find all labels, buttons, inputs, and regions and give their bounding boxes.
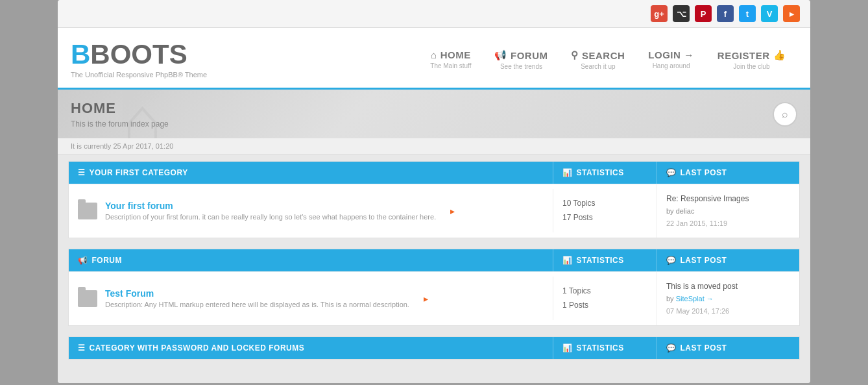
section-stats-first: 📊 STATISTICS xyxy=(553,162,657,184)
section-title-forum: 📢 FORUM xyxy=(69,249,553,271)
forum-table-forum: 📢 FORUM 📊 STATISTICS 💬 LAST POST xyxy=(68,249,800,326)
forum-desc-your-first: Description of your first forum. it can … xyxy=(105,213,436,221)
social-facebook[interactable]: f xyxy=(717,5,734,22)
page-subtitle: This is the forum index page xyxy=(71,119,797,129)
forum-folder-icon xyxy=(78,203,97,219)
timestamp-text: It is currently 25 Apr 2017, 01:20 xyxy=(71,142,173,150)
nav-register-label: REGISTER xyxy=(717,50,770,61)
nav-forum-label: FORUM xyxy=(511,50,548,61)
home-banner: ⌂ HOME This is the forum index page ⌕ xyxy=(58,90,810,138)
nav-login-label: LOGIN xyxy=(648,49,681,60)
page-title: HOME xyxy=(71,100,797,117)
stats-icon-3: 📊 xyxy=(562,343,573,353)
logo-rest: BOOTS xyxy=(90,39,187,69)
nav-home[interactable]: ⌂ HOME The Main stuff xyxy=(418,49,483,69)
forum-icon: 📢 xyxy=(494,49,507,61)
nav-forum[interactable]: 📢 FORUM See the trends xyxy=(483,49,559,70)
logo-b: B xyxy=(71,39,90,69)
forum-row-your-first: Your first forum Description of your fir… xyxy=(69,184,799,238)
main-nav: ⌂ HOME The Main stuff 📢 FORUM See the tr… xyxy=(418,49,797,70)
social-pinterest[interactable]: P xyxy=(695,5,712,22)
home-icon: ⌂ xyxy=(431,49,437,60)
social-bar: g+ ⌥ P f t V ▸ xyxy=(58,0,810,28)
nav-login[interactable]: LOGIN → Hang around xyxy=(636,49,706,69)
login-icon: → xyxy=(684,49,694,60)
lastpost-icon: 💬 xyxy=(666,168,677,177)
topics-count-test: 1 Topics xyxy=(562,284,647,299)
forum-link-test[interactable]: Test Forum xyxy=(105,288,409,299)
social-github[interactable]: ⌥ xyxy=(673,5,690,22)
forum-link-your-first[interactable]: Your first forum xyxy=(105,201,436,211)
forum-info-test: Test Forum Description: Any HTML markup … xyxy=(105,288,409,308)
category-your-first: ☰ YOUR FIRST CATEGORY 📊 STATISTICS 💬 LAS… xyxy=(68,161,800,238)
lastpost-date-test: 07 May 2014, 17:26 xyxy=(666,305,790,317)
lastpost-title-test: This is a moved post xyxy=(666,280,790,293)
forum-stats-test: 1 Topics 1 Posts xyxy=(553,277,657,320)
site-logo[interactable]: BBOOTS xyxy=(71,41,207,68)
site-header: BBOOTS The Unofficial Responsive PhpBB® … xyxy=(58,28,810,90)
category-password: ☰ CATEGORY WITH PASSWORD AND LOCKED FORU… xyxy=(68,336,800,360)
stats-icon: 📊 xyxy=(562,168,573,177)
forum-info: Your first forum Description of your fir… xyxy=(105,201,436,221)
posts-count: 17 Posts xyxy=(562,211,647,225)
lastpost-by-first: by deliac xyxy=(666,205,790,217)
forum-title-col: Your first forum Description of your fir… xyxy=(69,193,553,229)
rss-icon-test[interactable]: ▸ xyxy=(417,293,435,304)
forum-table-password: ☰ CATEGORY WITH PASSWORD AND LOCKED FORU… xyxy=(68,336,800,360)
section-lastpost-forum: 💬 LAST POST xyxy=(657,249,799,271)
posts-count-test: 1 Posts xyxy=(562,299,647,313)
forum-title-col-test: Test Forum Description: Any HTML markup … xyxy=(69,280,553,316)
sitesplat-link[interactable]: SiteSplat → xyxy=(676,295,714,303)
forum-row-test: Test Forum Description: Any HTML markup … xyxy=(69,271,799,325)
forum-lastpost-your-first: Re: Responsive Images by deliac 22 Jan 2… xyxy=(657,184,799,238)
logo-tagline: The Unofficial Responsive PhpBB® Theme xyxy=(71,71,207,79)
topics-count: 10 Topics xyxy=(562,197,647,211)
section-stats-forum: 📊 STATISTICS xyxy=(553,249,657,271)
section-lastpost-first: 💬 LAST POST xyxy=(657,162,799,184)
social-vimeo[interactable]: V xyxy=(761,5,778,22)
lastpost-date-first: 22 Jan 2015, 11:19 xyxy=(666,217,790,230)
nav-search-label: SEARCH xyxy=(582,50,625,61)
search-icon: ⚲ xyxy=(571,49,579,61)
forum-folder-icon-test xyxy=(78,290,97,307)
nav-home-label: HOME xyxy=(440,49,471,60)
section-title-first: ☰ YOUR FIRST CATEGORY xyxy=(69,162,553,184)
category-forum: 📢 FORUM 📊 STATISTICS 💬 LAST POST xyxy=(68,249,800,326)
forum-lastpost-test: This is a moved post by SiteSplat → 07 M… xyxy=(657,272,799,325)
social-gplus[interactable]: g+ xyxy=(651,5,668,22)
lastpost-title-first: Re: Responsive Images xyxy=(666,192,790,205)
social-twitter[interactable]: t xyxy=(739,5,756,22)
logo-area: BBOOTS The Unofficial Responsive PhpBB® … xyxy=(71,41,207,79)
forum-table-first: ☰ YOUR FIRST CATEGORY 📊 STATISTICS 💬 LAS… xyxy=(68,161,800,238)
nav-register-sub: Join the club xyxy=(733,63,769,70)
nav-login-sub: Hang around xyxy=(653,62,690,69)
main-content: ☰ YOUR FIRST CATEGORY 📊 STATISTICS 💬 LAS… xyxy=(58,155,810,383)
search-circle-icon: ⌕ xyxy=(782,108,788,120)
social-rss[interactable]: ▸ xyxy=(783,5,800,22)
section-header-first: ☰ YOUR FIRST CATEGORY 📊 STATISTICS 💬 LAS… xyxy=(69,162,799,184)
lastpost-icon-3: 💬 xyxy=(666,343,677,353)
section-header-password: ☰ CATEGORY WITH PASSWORD AND LOCKED FORU… xyxy=(69,337,799,359)
section-title-password: ☰ CATEGORY WITH PASSWORD AND LOCKED FORU… xyxy=(69,337,553,359)
nav-forum-sub: See the trends xyxy=(500,63,542,70)
timestamp-bar: It is currently 25 Apr 2017, 01:20 xyxy=(58,138,810,155)
section-lastpost-password: 💬 LAST POST xyxy=(657,337,799,359)
stats-icon-2: 📊 xyxy=(562,256,573,265)
section-stats-password: 📊 STATISTICS xyxy=(553,337,657,359)
rss-icon-your-first[interactable]: ▸ xyxy=(444,206,461,216)
nav-search[interactable]: ⚲ SEARCH Search it up xyxy=(559,49,636,70)
nav-home-sub: The Main stuff xyxy=(430,62,471,69)
nav-search-sub: Search it up xyxy=(581,63,615,70)
list-icon-3: ☰ xyxy=(78,343,86,353)
search-circle-button[interactable]: ⌕ xyxy=(773,102,797,127)
list-icon: ☰ xyxy=(78,168,86,177)
section-header-forum: 📢 FORUM 📊 STATISTICS 💬 LAST POST xyxy=(69,249,799,271)
register-icon: 👍 xyxy=(773,49,786,61)
forum-section-icon: 📢 xyxy=(78,256,88,265)
nav-register[interactable]: REGISTER 👍 Join the club xyxy=(706,49,797,70)
lastpost-by-test: by SiteSplat → xyxy=(666,293,790,305)
forum-stats-your-first: 10 Topics 17 Posts xyxy=(553,189,657,232)
lastpost-icon-2: 💬 xyxy=(666,256,677,265)
forum-desc-test: Description: Any HTML markup entered her… xyxy=(105,301,409,308)
